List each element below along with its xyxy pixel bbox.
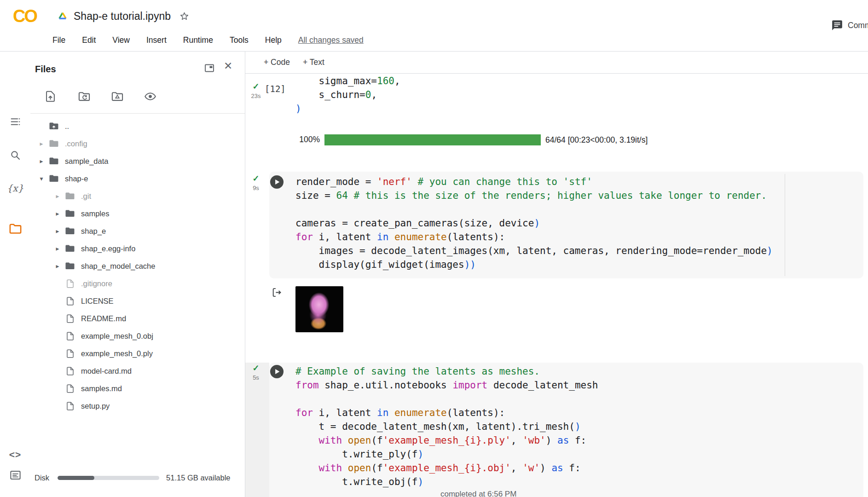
cell3-gutter: ✓ 5s [245,364,266,381]
title-row: Shap-e tutorial.ipynb [57,10,190,23]
chevron-right-icon[interactable]: ▸ [51,262,64,270]
cell1-code-editor[interactable]: sigma_max=160, s_churn=0,) [295,74,400,116]
notebook-area: + Code + Text ✓ 23s [12] sigma_max=160, … [245,52,868,497]
code-line: t = decode_latent_mesh(xm, latent).tri_m… [295,420,598,433]
folder-up-icon [48,121,59,132]
menu-help[interactable]: Help [265,35,282,45]
cell-output-icon[interactable] [271,287,283,298]
variables-icon[interactable]: {x} [0,183,30,194]
progress-fill [324,134,541,145]
add-text-button[interactable]: + Text [303,58,324,67]
code-line: cameras = create_pan_cameras(size, devic… [295,216,773,230]
tree-item-[interactable]: .. [30,117,245,135]
mount-drive-icon[interactable] [111,90,124,103]
tree-item-label: example_mesh_0.ply [81,349,153,358]
folder-icon [64,260,75,272]
menu-file[interactable]: File [52,35,65,45]
notebook-toolbar: + Code + Text [245,52,868,74]
chevron-right-icon[interactable]: ▸ [51,245,64,252]
tree-item-shap-e-model-cache[interactable]: ▸shap_e_model_cache [30,257,245,275]
close-panel-icon[interactable]: ✕ [224,60,232,72]
table-of-contents-icon[interactable] [0,116,30,127]
folder-icon [48,173,59,184]
run-cell-button[interactable] [270,364,284,379]
tree-item-readme-md[interactable]: README.md [30,310,245,327]
check-icon: ✓ [252,82,259,91]
files-icon-active[interactable] [0,222,30,236]
upload-file-icon[interactable] [44,90,57,103]
star-icon[interactable] [179,11,190,22]
terminal-icon[interactable] [0,469,30,481]
tree-item-setup-py[interactable]: setup.py [30,397,245,415]
code-line: t.write_obj(f) [295,475,598,489]
file-icon [64,314,75,324]
tree-item-license[interactable]: LICENSE [30,292,245,310]
tree-item-example-mesh-0-ply[interactable]: example_mesh_0.ply [30,345,245,362]
tree-item-label: shap-e [65,174,88,183]
code-line: for i, latent in enumerate(latents): [295,230,773,244]
cell1-gutter: ✓ 23s [245,82,266,99]
tree-item-shap-e-egg-info[interactable]: ▸shap_e.egg-info [30,240,245,257]
tree-item-label: model-card.md [81,367,132,376]
disk-label: Disk [35,474,49,482]
tree-item-git[interactable]: ▸.git [30,187,245,205]
cell1-exec-time: 23s [251,92,261,99]
menu-insert[interactable]: Insert [146,35,167,45]
tree-item-label: .config [65,139,87,148]
code-line: display(gif_widget(images)) [295,258,773,272]
disk-usage-row: Disk 51.15 GB available [35,474,231,482]
chevron-right-icon[interactable]: ▸ [51,210,64,217]
execution-status-text: completed at 6:56 PM [440,490,516,497]
popout-panel-icon[interactable] [204,63,215,74]
tree-item-example-mesh-0-obj[interactable]: example_mesh_0.obj [30,327,245,345]
cell2-code-editor[interactable]: render_mode = 'nerf' # you can change th… [295,175,773,272]
tree-item-shap-e[interactable]: ▾shap-e [30,170,245,187]
colab-logo[interactable]: CO [13,6,36,26]
notebook-title[interactable]: Shap-e tutorial.ipynb [74,10,171,23]
menu-edit[interactable]: Edit [82,35,96,45]
tree-item-label: shap_e [81,227,106,236]
code-line: from shap_e.util.notebooks import decode… [295,378,598,392]
chevron-right-icon[interactable]: ▸ [51,192,64,200]
code-line: s_churn=0, [295,88,400,102]
tree-item-label: example_mesh_0.obj [81,332,153,341]
drive-icon [57,11,68,22]
file-icon [64,384,75,393]
chevron-right-icon[interactable]: ▸ [35,157,48,165]
tree-item-gitignore[interactable]: .gitignore [30,275,245,292]
progress-percent-label: 100% [289,135,320,144]
tree-item-shap-e[interactable]: ▸shap_e [30,222,245,240]
run-cell-button[interactable] [270,175,284,189]
folder-icon [48,138,59,149]
disk-usage-bar [58,476,159,480]
tree-item-model-card-md[interactable]: model-card.md [30,362,245,380]
code-line [295,202,773,216]
tree-item-samples[interactable]: ▸samples [30,205,245,222]
cell3-code-editor[interactable]: # Example of saving the latents as meshe… [295,364,598,489]
refresh-folder-icon[interactable] [78,90,91,103]
left-icon-rail: {x} <> [0,52,30,497]
code-line: for i, latent in enumerate(latents): [295,406,598,420]
show-hidden-files-eye-icon[interactable] [144,90,156,103]
code-snippets-icon[interactable]: <> [0,449,30,460]
menu-view[interactable]: View [112,35,130,45]
file-tree: ..▸.config▸sample_data▾shap-e▸.git▸sampl… [30,117,245,415]
menu-runtime[interactable]: Runtime [183,35,213,45]
cell3-exec-time: 5s [253,374,259,381]
check-icon: ✓ [252,364,259,373]
tree-item-sample-data[interactable]: ▸sample_data [30,152,245,170]
menu-tools[interactable]: Tools [230,35,249,45]
search-icon[interactable] [0,150,30,161]
progress-bar [324,134,541,145]
chevron-right-icon[interactable]: ▸ [51,227,64,235]
tree-item-samples-md[interactable]: samples.md [30,380,245,397]
add-code-button[interactable]: + Code [264,58,290,67]
comment-button[interactable]: Comment [831,19,868,31]
file-icon [64,279,75,289]
saved-status[interactable]: All changes saved [298,35,364,45]
folder-icon [64,225,75,237]
chevron-down-icon[interactable]: ▾ [35,175,48,182]
tree-item-config[interactable]: ▸.config [30,135,245,152]
chevron-right-icon[interactable]: ▸ [35,140,48,147]
tree-item-label: samples.md [81,384,122,393]
